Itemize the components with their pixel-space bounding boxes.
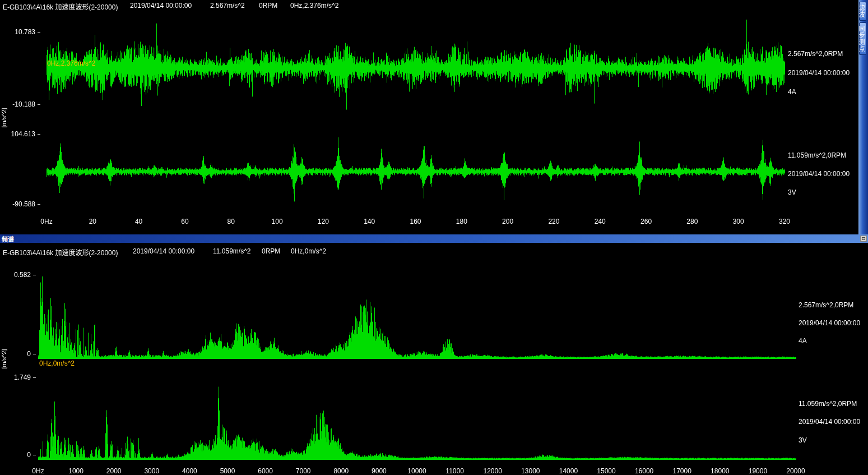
trace-info-label: 4A xyxy=(799,337,807,345)
x-tick-label: 15000 xyxy=(597,467,615,475)
cursor-marker-label: 0Hz,2.376m/s^2 xyxy=(47,59,95,67)
y-axis-unit: [m/s^2] xyxy=(1,105,8,131)
y-tick-label: 1.749 xyxy=(0,373,36,381)
y-tick-label: -90.588 xyxy=(4,200,40,208)
waveform-rpm: 0RPM xyxy=(259,2,277,10)
spectrum-cursor-readout: 0Hz,0m/s^2 xyxy=(291,247,326,255)
y-tick-label: 0.582 xyxy=(0,271,36,279)
x-tick-label: 300 xyxy=(733,218,744,225)
x-tick-label: 9000 xyxy=(372,467,387,475)
cursor-marker-label: 0Hz,0m/s^2 xyxy=(39,359,75,367)
waveform-datetime: 2019/04/14 00:00:00 xyxy=(130,2,192,10)
y-tick-label: 10.783 xyxy=(4,28,40,36)
y-tick-label: 0 xyxy=(0,451,36,459)
x-tick-label: 0Hz xyxy=(32,467,44,475)
trace-info-label: 2.567m/s^2,0RPM xyxy=(799,301,853,309)
trace-info-label: 2019/04/14 00:00:00 xyxy=(788,170,850,178)
waveform-chart-canvas[interactable] xyxy=(0,0,858,234)
x-tick-label: 160 xyxy=(410,218,421,225)
spectrum-datetime: 2019/04/14 00:00:00 xyxy=(133,247,194,255)
x-tick-label: 19000 xyxy=(749,467,767,475)
spectrum-chart-canvas[interactable] xyxy=(0,243,868,475)
x-tick-label: 12000 xyxy=(484,467,502,475)
spectrum-rms: 11.059m/s^2 xyxy=(213,247,250,255)
x-tick-label: 2000 xyxy=(106,467,122,475)
trace-info-label: 3V xyxy=(799,436,807,444)
x-tick-label: 240 xyxy=(595,218,606,225)
x-tick-label: 40 xyxy=(135,218,142,225)
x-tick-label: 100 xyxy=(272,218,283,225)
waveform-title: E-GB103\4A\16k 加速度波形(2-20000) xyxy=(3,2,118,11)
x-tick-label: 16000 xyxy=(635,467,653,475)
sync-point-tab[interactable]: 同步测点 xyxy=(859,22,866,55)
side-toolbar: 滤波 同步测点 xyxy=(858,0,868,234)
spectrum-title: E-GB103\4A\16k 加速度波形(2-20000) xyxy=(3,247,118,257)
x-tick-label: 6000 xyxy=(258,467,273,475)
x-tick-label: 7000 xyxy=(296,467,311,475)
x-tick-label: 20 xyxy=(89,218,96,225)
x-tick-label: 80 xyxy=(228,218,235,225)
trace-info-label: 11.059m/s^2,0RPM xyxy=(788,151,846,159)
waveform-cursor-readout: 0Hz,2.376m/s^2 xyxy=(290,2,338,10)
x-tick-label: 280 xyxy=(686,218,698,225)
trace-info-label: 2019/04/14 00:00:00 xyxy=(799,319,860,327)
trace-info-label: 2.567m/s^2,0RPM xyxy=(788,50,843,58)
x-tick-label: 200 xyxy=(502,218,513,225)
x-tick-label: 4000 xyxy=(182,467,197,475)
trace-info-label: 3V xyxy=(788,188,796,196)
trace-info-label: 2019/04/14 00:00:00 xyxy=(788,69,850,77)
x-tick-label: 260 xyxy=(640,218,652,225)
x-tick-label: 320 xyxy=(779,218,790,225)
x-tick-label: 0Hz xyxy=(40,218,52,225)
x-tick-label: 3000 xyxy=(144,467,159,475)
x-tick-label: 14000 xyxy=(559,467,578,475)
x-tick-label: 17000 xyxy=(673,467,691,475)
x-tick-label: 10000 xyxy=(407,467,426,475)
x-tick-label: 8000 xyxy=(333,467,349,475)
x-tick-label: 11000 xyxy=(445,467,463,475)
restore-button[interactable] xyxy=(860,236,867,242)
waveform-rms: 2.567m/s^2 xyxy=(210,2,245,10)
trace-info-label: 4A xyxy=(788,88,796,96)
x-tick-label: 120 xyxy=(318,218,329,225)
x-tick-label: 140 xyxy=(364,218,375,225)
x-tick-label: 20000 xyxy=(786,467,805,475)
spectrum-panel: E-GB103\4A\16k 加速度波形(2-20000) 2019/04/14… xyxy=(0,243,868,475)
x-tick-label: 60 xyxy=(181,218,188,225)
x-tick-label: 220 xyxy=(548,218,559,225)
y-tick-label: 104.613 xyxy=(4,130,40,138)
x-tick-label: 180 xyxy=(456,218,467,225)
spectrum-titlebar: 频谱 xyxy=(0,234,868,243)
waveform-panel: E-GB103\4A\16k 加速度波形(2-20000) 2019/04/14… xyxy=(0,0,868,234)
y-axis-unit: [m/s^2] xyxy=(1,346,8,372)
y-tick-label: -10.188 xyxy=(4,100,40,108)
spectrum-titlebar-label: 频谱 xyxy=(2,234,860,243)
trace-info-label: 2019/04/14 00:00:00 xyxy=(799,418,860,426)
x-tick-label: 18000 xyxy=(711,467,729,475)
x-tick-label: 13000 xyxy=(521,467,540,475)
x-tick-label: 1000 xyxy=(68,467,83,475)
filter-tab[interactable]: 滤波 xyxy=(859,2,866,21)
spectrum-rpm: 0RPM xyxy=(262,247,280,255)
x-tick-label: 5000 xyxy=(220,467,235,475)
trace-info-label: 11.059m/s^2,0RPM xyxy=(799,400,857,408)
